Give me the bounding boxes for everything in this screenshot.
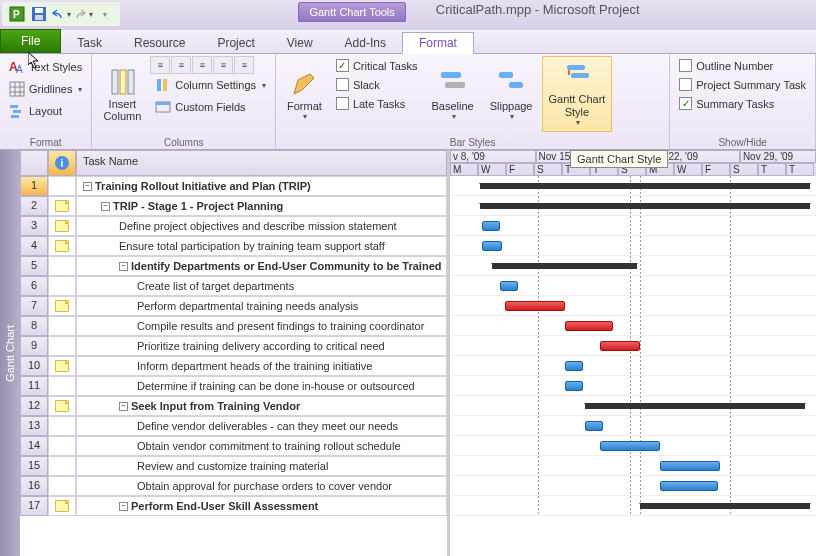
row-id[interactable]: 8 [20, 316, 48, 336]
layout-button[interactable]: Layout [4, 100, 87, 122]
table-row[interactable]: 2−TRIP - Stage 1 - Project Planning [20, 196, 447, 216]
task-name-cell[interactable]: Define project objectives and describe m… [76, 216, 447, 236]
task-name-cell[interactable]: Ensure total participation by training t… [76, 236, 447, 256]
task-bar[interactable] [660, 481, 718, 491]
table-row[interactable]: 17−Perform End-User Skill Assessment [20, 496, 447, 516]
redo-icon[interactable] [73, 4, 93, 24]
task-name-cell[interactable]: Obtain vendor commitment to training rol… [76, 436, 447, 456]
summary-bar[interactable] [480, 183, 810, 189]
wrap-text-button-2[interactable]: ≡ [234, 56, 254, 74]
format-button[interactable]: Format [280, 56, 329, 132]
collapse-icon[interactable]: − [119, 402, 128, 411]
critical-bar[interactable] [600, 341, 640, 351]
outline-number-checkbox[interactable]: Outline Number [674, 56, 811, 75]
summary-bar[interactable] [640, 503, 810, 509]
save-icon[interactable] [29, 4, 49, 24]
task-bar[interactable] [565, 381, 583, 391]
align-right-button[interactable]: ≡ [192, 56, 212, 74]
task-bar[interactable] [500, 281, 518, 291]
summary-bar[interactable] [480, 203, 810, 209]
header-task-name[interactable]: Task Name [76, 150, 447, 176]
table-row[interactable]: 8Compile results and present findings to… [20, 316, 447, 336]
task-name-cell[interactable]: −Seek Input from Training Vendor [76, 396, 447, 416]
table-row[interactable]: 15Review and customize training material [20, 456, 447, 476]
task-bar[interactable] [585, 421, 603, 431]
summary-tasks-checkbox[interactable]: ✓Summary Tasks [674, 94, 811, 113]
summary-bar[interactable] [492, 263, 637, 269]
task-bar[interactable] [600, 441, 660, 451]
gantt-chart[interactable]: v 8, '09 Nov 15, '09 Nov 22, '09 Nov 29,… [450, 150, 816, 556]
row-id[interactable]: 13 [20, 416, 48, 436]
task-name-cell[interactable]: Create list of target departments [76, 276, 447, 296]
critical-bar[interactable] [505, 301, 565, 311]
row-id[interactable]: 11 [20, 376, 48, 396]
row-id[interactable]: 15 [20, 456, 48, 476]
task-name-cell[interactable]: Compile results and present findings to … [76, 316, 447, 336]
task-name-cell[interactable]: −TRIP - Stage 1 - Project Planning [76, 196, 447, 216]
header-id[interactable] [20, 150, 48, 176]
task-name-cell[interactable]: Obtain approval for purchase orders to c… [76, 476, 447, 496]
project-summary-checkbox[interactable]: Project Summary Task [674, 75, 811, 94]
table-row[interactable]: 14Obtain vendor commitment to training r… [20, 436, 447, 456]
critical-bar[interactable] [565, 321, 613, 331]
table-row[interactable]: 1−Training Rollout Initiative and Plan (… [20, 176, 447, 196]
qat-customize-icon[interactable]: ▾ [95, 4, 115, 24]
task-name-cell[interactable]: Perform departmental training needs anal… [76, 296, 447, 316]
table-row[interactable]: 10Inform department heads of the trainin… [20, 356, 447, 376]
undo-icon[interactable] [51, 4, 71, 24]
gantt-chart-style-button[interactable]: Gantt Chart Style [542, 56, 613, 132]
collapse-icon[interactable]: − [119, 502, 128, 511]
late-tasks-checkbox[interactable]: Late Tasks [331, 94, 423, 113]
task-name-cell[interactable]: Determine if training can be done in-hou… [76, 376, 447, 396]
gridlines-button[interactable]: Gridlines [4, 78, 87, 100]
task-name-cell[interactable]: Prioritize training delivery according t… [76, 336, 447, 356]
tab-resource[interactable]: Resource [118, 33, 201, 53]
task-name-cell[interactable]: Define vendor deliverables - can they me… [76, 416, 447, 436]
header-indicator[interactable]: i [48, 150, 76, 176]
table-row[interactable]: 9Prioritize training delivery according … [20, 336, 447, 356]
project-icon[interactable]: P [7, 4, 27, 24]
custom-fields-button[interactable]: Custom Fields [150, 96, 271, 118]
tab-project[interactable]: Project [201, 33, 270, 53]
table-row[interactable]: 16Obtain approval for purchase orders to… [20, 476, 447, 496]
slippage-button[interactable]: Slippage [483, 56, 540, 132]
table-row[interactable]: 3Define project objectives and describe … [20, 216, 447, 236]
task-name-cell[interactable]: −Training Rollout Initiative and Plan (T… [76, 176, 447, 196]
row-id[interactable]: 12 [20, 396, 48, 416]
view-side-tab[interactable]: Gantt Chart [0, 150, 20, 556]
file-tab[interactable]: File [0, 29, 61, 53]
align-left-button[interactable]: ≡ [150, 56, 170, 74]
row-id[interactable]: 1 [20, 176, 48, 196]
tab-view[interactable]: View [271, 33, 329, 53]
text-styles-button[interactable]: AAText Styles [4, 56, 87, 78]
table-row[interactable]: 5−Identify Departments or End-User Commu… [20, 256, 447, 276]
task-name-cell[interactable]: Review and customize training material [76, 456, 447, 476]
collapse-icon[interactable]: − [83, 182, 92, 191]
row-id[interactable]: 5 [20, 256, 48, 276]
row-id[interactable]: 14 [20, 436, 48, 456]
row-id[interactable]: 10 [20, 356, 48, 376]
task-bar[interactable] [660, 461, 720, 471]
align-center-button[interactable]: ≡ [171, 56, 191, 74]
task-bar[interactable] [565, 361, 583, 371]
tab-task[interactable]: Task [61, 33, 118, 53]
summary-bar[interactable] [585, 403, 805, 409]
task-name-cell[interactable]: Inform department heads of the training … [76, 356, 447, 376]
table-row[interactable]: 11Determine if training can be done in-h… [20, 376, 447, 396]
tab-addins[interactable]: Add-Ins [329, 33, 402, 53]
row-id[interactable]: 3 [20, 216, 48, 236]
table-row[interactable]: 7Perform departmental training needs ana… [20, 296, 447, 316]
row-id[interactable]: 2 [20, 196, 48, 216]
collapse-icon[interactable]: − [119, 262, 128, 271]
task-name-cell[interactable]: −Perform End-User Skill Assessment [76, 496, 447, 516]
task-bar[interactable] [482, 241, 502, 251]
task-bar[interactable] [482, 221, 500, 231]
tab-format[interactable]: Format [402, 32, 474, 54]
row-id[interactable]: 6 [20, 276, 48, 296]
column-settings-button[interactable]: Column Settings [150, 74, 271, 96]
table-row[interactable]: 12−Seek Input from Training Vendor [20, 396, 447, 416]
table-row[interactable]: 6Create list of target departments [20, 276, 447, 296]
critical-tasks-checkbox[interactable]: ✓Critical Tasks [331, 56, 423, 75]
row-id[interactable]: 17 [20, 496, 48, 516]
baseline-button[interactable]: Baseline [424, 56, 480, 132]
